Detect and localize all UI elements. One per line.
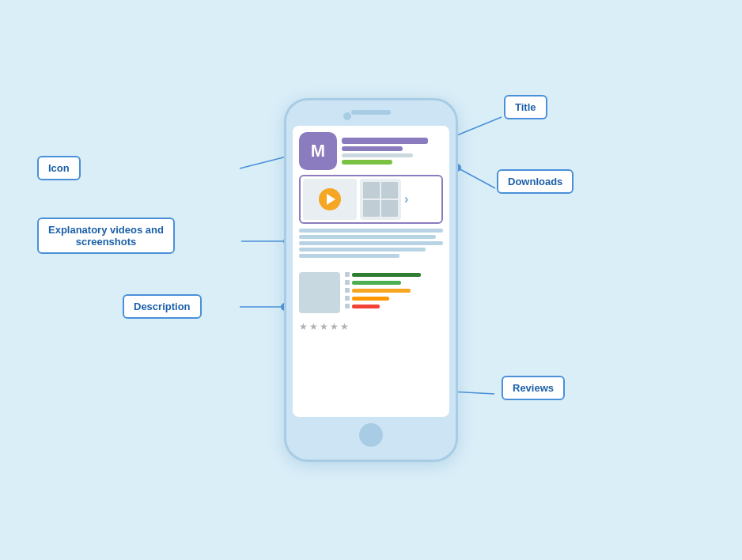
reviews-section <box>299 272 443 313</box>
review-row-1 <box>345 272 443 277</box>
play-icon <box>327 194 335 205</box>
review-dot-3 <box>345 288 350 293</box>
icon-label: Icon <box>37 156 81 180</box>
star-2: ★ <box>309 321 318 332</box>
review-bar-3 <box>352 289 411 293</box>
review-dot-5 <box>345 304 350 308</box>
review-dot-2 <box>345 280 350 285</box>
review-row-5 <box>345 304 443 308</box>
reviews-label: Reviews <box>502 376 565 400</box>
review-dot-4 <box>345 296 350 301</box>
app-info <box>342 138 443 165</box>
star-5: ★ <box>340 321 349 332</box>
app-header: M <box>299 132 443 170</box>
star-3: ★ <box>320 321 328 332</box>
star-1: ★ <box>299 321 308 332</box>
phone-screen: M › <box>293 126 449 417</box>
phone-home-button <box>359 423 383 447</box>
desc-line-3 <box>299 241 443 245</box>
desc-line-4 <box>299 248 426 252</box>
review-row-3 <box>345 288 443 293</box>
explanatory-label: Explanatory videos and screenshots <box>37 218 175 254</box>
review-row-4 <box>345 296 443 301</box>
info-bar <box>342 153 413 157</box>
review-dot-1 <box>345 272 350 277</box>
title-label: Title <box>504 95 547 119</box>
review-bar-2 <box>352 281 401 285</box>
title-bar <box>342 138 428 144</box>
phone-mockup: M › <box>284 98 458 462</box>
stars-row: ★ ★ ★ ★ ★ <box>299 321 443 332</box>
phone-camera <box>343 112 351 120</box>
review-image <box>299 272 340 313</box>
video-thumbnail <box>303 179 357 220</box>
play-button <box>319 188 341 210</box>
screenshot-grid <box>360 179 401 220</box>
screenshots-row: › <box>299 175 443 224</box>
desc-line-1 <box>299 229 443 233</box>
review-bar-4 <box>352 297 389 301</box>
svg-line-2 <box>457 168 495 188</box>
review-row-2 <box>345 280 443 285</box>
desc-line-2 <box>299 235 436 239</box>
phone-speaker <box>351 110 391 115</box>
description-section <box>299 229 443 258</box>
review-bar-5 <box>352 305 380 308</box>
review-bar-1 <box>352 273 421 277</box>
download-bar <box>342 160 392 165</box>
desc-line-5 <box>299 254 399 258</box>
subtitle-bar <box>342 146 403 151</box>
downloads-label: Downloads <box>497 169 574 194</box>
chevron-right-icon: › <box>404 192 408 206</box>
description-label: Description <box>123 294 202 319</box>
star-4: ★ <box>330 321 339 332</box>
app-icon: M <box>299 132 337 170</box>
review-bars <box>345 272 443 313</box>
